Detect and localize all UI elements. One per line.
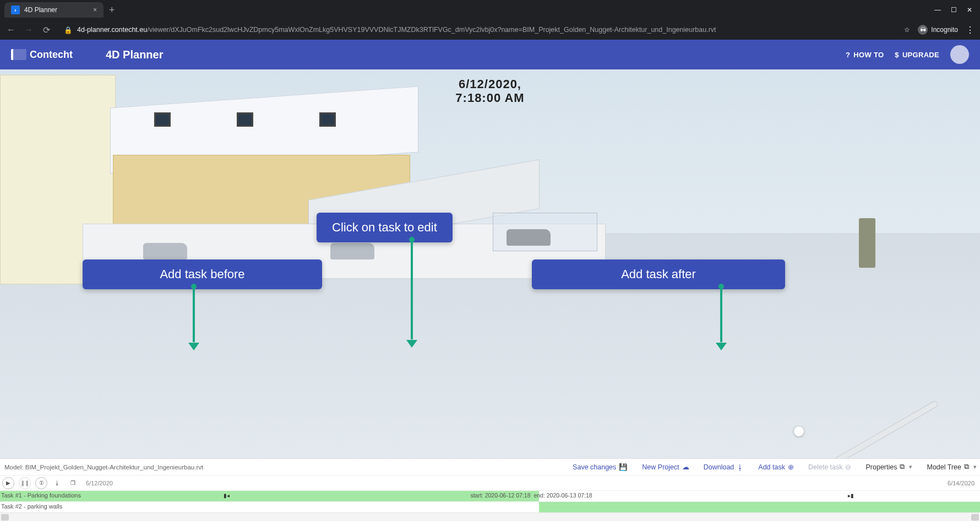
- incognito-icon: 🕶: [918, 25, 928, 35]
- task2-bar[interactable]: [539, 502, 980, 512]
- incognito-badge: 🕶 Incognito: [918, 25, 958, 35]
- save-changes-button[interactable]: Save changes 💾: [573, 463, 628, 471]
- timestamp-time: 7:18:00 AM: [455, 91, 524, 105]
- model-tree-button[interactable]: Model Tree ⧉ ▾: [927, 463, 977, 471]
- upgrade-label: UPGRADE: [902, 51, 939, 59]
- app-title: 4D Planner: [106, 48, 163, 61]
- task1-label: Task #1 - Parking foundations: [1, 492, 81, 499]
- properties-icon: ⧉: [900, 463, 905, 471]
- url-path: /viewer/dXJuOmFkc2sud2lwcHJvZDpmcy5maWxl…: [147, 26, 716, 34]
- incognito-label: Incognito: [931, 26, 958, 34]
- browser-tab[interactable]: › 4D Planner ×: [4, 2, 104, 18]
- browser-nav-row: ← → ⟳ 🔒 4d-planner.contecht.eu /viewer/d…: [0, 20, 980, 40]
- task1-next-handle-icon[interactable]: ▸▮: [848, 493, 854, 499]
- callout-add-after: Add task after: [532, 259, 785, 289]
- window-maximize-icon[interactable]: ☐: [951, 6, 957, 14]
- callout-add-before: Add task before: [83, 259, 322, 289]
- how-to-label: HOW TO: [853, 51, 884, 59]
- logo-text: Contecht: [30, 49, 73, 61]
- chevron-down-icon: ▾: [973, 463, 977, 470]
- cloud-upload-icon: ☁: [682, 463, 689, 471]
- timeline-controls: ▶ ❚❚ ① ⭳ ❐ 6/12/2020 6/14/2020: [0, 475, 980, 490]
- browser-menu-icon[interactable]: ⋮: [966, 25, 974, 35]
- new-tab-button[interactable]: +: [109, 4, 115, 16]
- properties-button[interactable]: Properties ⧉ ▾: [865, 463, 912, 471]
- url-host: 4d-planner.contecht.eu: [77, 26, 147, 34]
- timestamp-date: 6/12/2020,: [455, 77, 524, 91]
- task2-label: Task #2 - parking walls: [1, 503, 62, 510]
- gantt-chart: Task #1 - Parking foundations ▮◂ start: …: [0, 490, 980, 512]
- download-button[interactable]: Download ⭳: [704, 463, 744, 471]
- horizontal-scrollbar[interactable]: [0, 512, 980, 521]
- plus-circle-icon: ⊕: [788, 463, 794, 471]
- model-viewer[interactable]: 6/12/2020, 7:18:00 AM Click on task to e…: [0, 69, 980, 458]
- add-task-button[interactable]: Add task ⊕: [758, 463, 794, 471]
- timeline-start-date: 6/12/2020: [86, 480, 113, 486]
- window-close-icon[interactable]: ✕: [967, 6, 972, 14]
- nav-forward-icon[interactable]: →: [23, 25, 34, 35]
- task1-times: start: 2020-06-12 07:18 end: 2020-06-13 …: [470, 492, 592, 499]
- tab-strip: › 4D Planner × + — ☐ ✕: [0, 0, 980, 20]
- layers-button[interactable]: ❐: [67, 478, 78, 489]
- upgrade-button[interactable]: $ UPGRADE: [889, 47, 945, 62]
- scroll-right-icon[interactable]: [971, 514, 979, 521]
- model-name-label: Model: BIM_Projekt_Golden_Nugget-Archite…: [3, 464, 203, 470]
- lock-icon: 🔒: [64, 26, 73, 34]
- scroll-left-icon[interactable]: [1, 514, 9, 521]
- timeline-end-date: 6/14/2020: [948, 480, 974, 486]
- save-icon: 💾: [619, 463, 628, 471]
- app-logo[interactable]: Contecht: [11, 49, 73, 61]
- browser-chrome: › 4D Planner × + — ☐ ✕ ← → ⟳ 🔒 4d-planne…: [0, 0, 980, 40]
- window-controls: — ☐ ✕: [934, 6, 980, 14]
- how-to-button[interactable]: ? HOW TO: [840, 47, 889, 62]
- user-avatar[interactable]: [950, 45, 969, 64]
- app-header: Contecht 4D Planner ? HOW TO $ UPGRADE: [0, 40, 980, 69]
- delete-task-button: Delete task ⊖: [808, 463, 852, 471]
- model-toolbar: Model: BIM_Projekt_Golden_Nugget-Archite…: [0, 458, 980, 475]
- minus-circle-icon: ⊖: [845, 463, 851, 471]
- tree-icon: ⧉: [964, 463, 969, 471]
- gantt-row-task1[interactable]: Task #1 - Parking foundations ▮◂ start: …: [0, 490, 980, 501]
- task1-prev-handle-icon[interactable]: ▮◂: [224, 493, 230, 499]
- tab-close-icon[interactable]: ×: [93, 6, 97, 14]
- tab-title: 4D Planner: [24, 6, 57, 14]
- chevron-down-icon: ▾: [909, 463, 912, 470]
- play-button[interactable]: ▶: [2, 477, 14, 489]
- gantt-row-task2[interactable]: Task #2 - parking walls: [0, 501, 980, 512]
- new-project-button[interactable]: New Project ☁: [642, 463, 689, 471]
- callout-edit-task: Click on task to edit: [317, 213, 453, 242]
- window-minimize-icon[interactable]: —: [934, 6, 941, 14]
- address-bar[interactable]: 🔒 4d-planner.contecht.eu /viewer/dXJuOmF…: [58, 22, 897, 37]
- tab-favicon-icon: ›: [11, 6, 20, 14]
- nav-back-icon[interactable]: ←: [6, 25, 17, 35]
- speed-button[interactable]: ①: [35, 477, 47, 489]
- bookmark-star-icon[interactable]: ☆: [904, 26, 910, 34]
- viewer-timestamp: 6/12/2020, 7:18:00 AM: [455, 77, 524, 105]
- download-icon: ⭳: [737, 463, 744, 471]
- export-button[interactable]: ⭳: [52, 478, 63, 489]
- logo-mark-icon: [11, 49, 26, 60]
- viewer-slider-handle[interactable]: [794, 426, 804, 436]
- pause-button[interactable]: ❚❚: [19, 477, 31, 489]
- nav-reload-icon[interactable]: ⟳: [41, 25, 52, 35]
- dollar-icon: $: [895, 51, 899, 59]
- help-icon: ?: [846, 51, 850, 59]
